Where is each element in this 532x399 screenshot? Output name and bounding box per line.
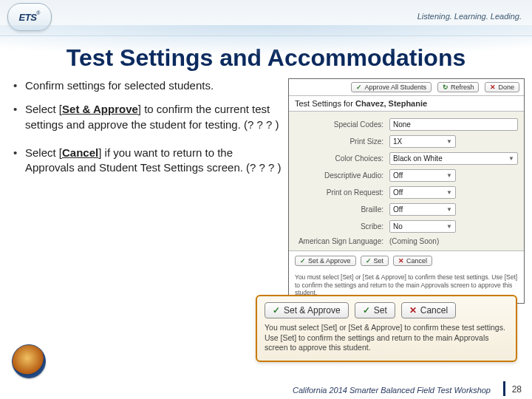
settings-rows: Special Codes:NonePrint Size:1X▼Color Ch… xyxy=(289,112,524,250)
setting-row: Color Choices:Black on White▼ xyxy=(295,150,518,167)
chevron-down-icon: ▼ xyxy=(446,223,452,230)
right-column: ✓ Approve All Students ↻ Refresh ✕ Done … xyxy=(288,78,525,304)
setting-row: Descriptive Audio:Off▼ xyxy=(295,167,518,184)
bullet-2-btn: Set & Approve xyxy=(62,103,138,115)
check-icon: ✓ xyxy=(300,257,306,265)
ets-logo-text: ETS xyxy=(19,12,37,23)
registered-mark: ® xyxy=(36,10,40,16)
setting-row: American Sign Language:(Coming Soon) xyxy=(295,235,518,248)
setting-value: Black on White xyxy=(393,154,443,163)
setting-value: 1X xyxy=(393,137,402,146)
settings-panel: ✓ Approve All Students ↻ Refresh ✕ Done … xyxy=(288,78,525,304)
chevron-down-icon: ▼ xyxy=(446,138,452,145)
check-icon: ✓ xyxy=(366,257,372,265)
check-icon: ✓ xyxy=(356,83,362,91)
callout-set-approve-button[interactable]: ✓ Set & Approve xyxy=(265,302,349,318)
setting-dropdown[interactable]: Black on White▼ xyxy=(389,152,518,165)
callout-buttons: ✓ Set & Approve ✓ Set ✕ Cancel xyxy=(265,302,508,318)
approve-all-button[interactable]: ✓ Approve All Students xyxy=(351,82,432,92)
setting-row: Special Codes:None xyxy=(295,116,518,133)
callout-note: You must select [Set] or [Set & Approve]… xyxy=(265,323,508,353)
panel-heading: Test Settings for Chavez, Stephanie xyxy=(289,96,524,112)
callout-box: ✓ Set & Approve ✓ Set ✕ Cancel You must … xyxy=(256,295,517,362)
setting-row: Print on Request:Off▼ xyxy=(295,184,518,201)
set-label: Set xyxy=(374,257,384,265)
refresh-button[interactable]: ↻ Refresh xyxy=(437,82,480,92)
close-icon: ✕ xyxy=(409,305,417,316)
bullet-2-pre: Select [ xyxy=(25,103,62,115)
body-columns: Confirm settings for selected students. … xyxy=(0,78,532,304)
setting-label: Print Size: xyxy=(295,137,389,146)
setting-value: Off xyxy=(393,171,403,180)
setting-value: (Coming Soon) xyxy=(389,237,439,245)
panel-actions: ✓ Set & Approve ✓ Set ✕ Cancel xyxy=(289,250,524,270)
setting-label: American Sign Language: xyxy=(295,237,389,245)
done-button[interactable]: ✕ Done xyxy=(485,82,519,92)
callout-set-approve-label: Set & Approve xyxy=(284,305,341,316)
setting-row: Scribe:No▼ xyxy=(295,218,518,235)
close-icon: ✕ xyxy=(398,257,404,265)
bullet-3-pre: Select [ xyxy=(25,146,62,159)
setting-label: Descriptive Audio: xyxy=(295,171,389,180)
setting-dropdown[interactable]: 1X▼ xyxy=(389,135,456,148)
page-title: Test Settings and Accommodations xyxy=(0,45,532,71)
callout-set-label: Set xyxy=(374,305,387,316)
setting-label: Special Codes: xyxy=(295,120,389,129)
footer-text: California 2014 Smarter Balanced Field T… xyxy=(293,386,491,395)
bullet-1-text: Confirm settings for selected students. xyxy=(25,79,214,92)
ets-logo: ETS ® xyxy=(7,3,52,31)
setting-dropdown: None xyxy=(389,118,518,131)
done-label: Done xyxy=(498,83,514,91)
top-banner: ETS ® Listening. Learning. Leading. xyxy=(0,0,532,36)
close-icon: ✕ xyxy=(490,83,496,91)
student-name: Chavez, Stephanie xyxy=(355,99,427,108)
setting-row: Print Size:1X▼ xyxy=(295,133,518,150)
check-icon: ✓ xyxy=(363,305,370,316)
bullet-1: Confirm settings for selected students. xyxy=(10,78,284,93)
left-column: Confirm settings for selected students. … xyxy=(10,78,284,304)
cancel-button[interactable]: ✕ Cancel xyxy=(393,256,432,266)
panel-top-bar: ✓ Approve All Students ↻ Refresh ✕ Done xyxy=(289,79,524,96)
callout-cancel-label: Cancel xyxy=(420,305,448,316)
chevron-down-icon: ▼ xyxy=(446,189,452,196)
bullet-2: Select [Set & Approve] to confirm the cu… xyxy=(10,102,284,132)
approve-all-label: Approve All Students xyxy=(364,83,426,91)
callout-set-button[interactable]: ✓ Set xyxy=(355,302,395,318)
cancel-label: Cancel xyxy=(406,257,427,265)
set-button[interactable]: ✓ Set xyxy=(361,256,389,266)
setting-value: None xyxy=(393,120,411,129)
panel-heading-label: Test Settings for xyxy=(295,99,355,108)
refresh-icon: ↻ xyxy=(443,83,449,91)
california-seal-icon xyxy=(12,344,46,378)
setting-value: Off xyxy=(393,205,403,214)
setting-label: Scribe: xyxy=(295,222,389,231)
tagline: Listening. Learning. Leading. xyxy=(417,12,522,21)
page-number: 28 xyxy=(512,384,522,395)
bullet-3: Select [Cancel] if you want to return to… xyxy=(10,146,284,176)
bullet-list: Confirm settings for selected students. … xyxy=(10,78,284,175)
setting-label: Print on Request: xyxy=(295,188,389,197)
refresh-label: Refresh xyxy=(451,83,474,91)
setting-value: Off xyxy=(393,188,403,197)
chevron-down-icon: ▼ xyxy=(508,155,514,162)
callout-cancel-button[interactable]: ✕ Cancel xyxy=(401,302,456,318)
setting-label: Color Choices: xyxy=(295,154,389,163)
chevron-down-icon: ▼ xyxy=(446,206,452,213)
page-accent xyxy=(503,381,505,396)
setting-value: No xyxy=(393,222,403,231)
chevron-down-icon: ▼ xyxy=(446,172,452,179)
setting-dropdown[interactable]: Off▼ xyxy=(389,203,456,216)
setting-dropdown[interactable]: No▼ xyxy=(389,220,456,233)
setting-dropdown[interactable]: Off▼ xyxy=(389,169,456,182)
set-approve-button[interactable]: ✓ Set & Approve xyxy=(295,256,356,266)
setting-dropdown[interactable]: Off▼ xyxy=(389,186,456,199)
setting-label: Braille: xyxy=(295,205,389,214)
set-approve-label: Set & Approve xyxy=(308,257,351,265)
bullet-3-btn: Cancel xyxy=(62,146,98,159)
check-icon: ✓ xyxy=(273,305,280,316)
setting-row: Braille:Off▼ xyxy=(295,201,518,218)
